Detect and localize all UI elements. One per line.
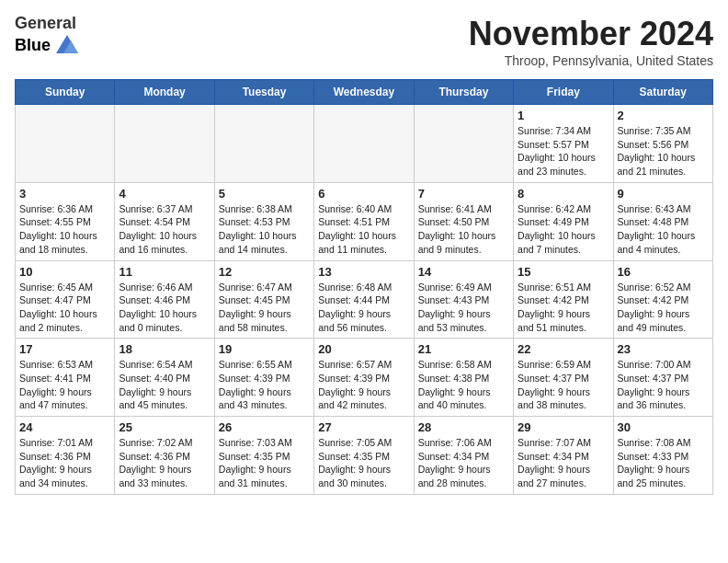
- calendar-cell: 6Sunrise: 6:40 AM Sunset: 4:51 PM Daylig…: [314, 182, 414, 260]
- day-number: 11: [119, 265, 210, 279]
- day-number: 6: [318, 187, 409, 201]
- day-number: 28: [418, 420, 509, 434]
- day-number: 21: [418, 342, 509, 356]
- day-info: Sunrise: 6:47 AM Sunset: 4:45 PM Dayligh…: [219, 281, 310, 335]
- day-number: 14: [418, 265, 509, 279]
- calendar-body: 1Sunrise: 7:34 AM Sunset: 5:57 PM Daylig…: [16, 105, 713, 495]
- week-row-0: 1Sunrise: 7:34 AM Sunset: 5:57 PM Daylig…: [16, 105, 713, 183]
- week-row-2: 10Sunrise: 6:45 AM Sunset: 4:47 PM Dayli…: [16, 260, 713, 339]
- day-info: Sunrise: 6:41 AM Sunset: 4:50 PM Dayligh…: [418, 202, 509, 257]
- day-number: 22: [518, 342, 609, 356]
- calendar-cell: 24Sunrise: 7:01 AM Sunset: 4:36 PM Dayli…: [16, 417, 115, 495]
- day-info: Sunrise: 7:34 AM Sunset: 5:57 PM Dayligh…: [518, 124, 609, 178]
- calendar-cell: 26Sunrise: 7:03 AM Sunset: 4:35 PM Dayli…: [214, 417, 313, 495]
- day-number: 1: [518, 109, 609, 122]
- calendar-cell: [115, 105, 214, 183]
- day-number: 23: [618, 342, 709, 356]
- day-info: Sunrise: 7:05 AM Sunset: 4:35 PM Dayligh…: [318, 436, 409, 490]
- day-number: 16: [618, 265, 709, 279]
- calendar-cell: 20Sunrise: 6:57 AM Sunset: 4:39 PM Dayli…: [314, 339, 414, 417]
- day-number: 3: [19, 187, 110, 201]
- calendar-cell: 18Sunrise: 6:54 AM Sunset: 4:40 PM Dayli…: [115, 339, 214, 417]
- calendar-cell: 7Sunrise: 6:41 AM Sunset: 4:50 PM Daylig…: [414, 182, 513, 260]
- day-number: 8: [518, 187, 609, 201]
- week-row-3: 17Sunrise: 6:53 AM Sunset: 4:41 PM Dayli…: [16, 339, 713, 417]
- day-number: 13: [318, 265, 409, 279]
- calendar-cell: 3Sunrise: 6:36 AM Sunset: 4:55 PM Daylig…: [16, 182, 115, 260]
- day-number: 20: [318, 342, 409, 356]
- calendar-cell: 2Sunrise: 7:35 AM Sunset: 5:56 PM Daylig…: [613, 105, 712, 183]
- day-info: Sunrise: 7:06 AM Sunset: 4:34 PM Dayligh…: [418, 436, 509, 490]
- logo: General Blue: [15, 15, 80, 59]
- logo-general: General: [15, 14, 76, 32]
- calendar-cell: 16Sunrise: 6:52 AM Sunset: 4:42 PM Dayli…: [613, 260, 712, 339]
- calendar-cell: [314, 105, 414, 183]
- calendar-cell: 30Sunrise: 7:08 AM Sunset: 4:33 PM Dayli…: [613, 417, 712, 495]
- day-number: 29: [518, 420, 609, 434]
- day-number: 18: [119, 342, 210, 356]
- calendar-cell: 19Sunrise: 6:55 AM Sunset: 4:39 PM Dayli…: [214, 339, 313, 417]
- day-info: Sunrise: 6:45 AM Sunset: 4:47 PM Dayligh…: [19, 281, 110, 335]
- calendar-cell: 29Sunrise: 7:07 AM Sunset: 4:34 PM Dayli…: [514, 417, 613, 495]
- days-header-row: SundayMondayTuesdayWednesdayThursdayFrid…: [16, 80, 713, 105]
- calendar-cell: 4Sunrise: 6:37 AM Sunset: 4:54 PM Daylig…: [115, 182, 214, 260]
- day-number: 10: [19, 265, 110, 279]
- day-info: Sunrise: 7:01 AM Sunset: 4:36 PM Dayligh…: [19, 436, 110, 490]
- day-info: Sunrise: 6:55 AM Sunset: 4:39 PM Dayligh…: [219, 358, 310, 412]
- day-number: 2: [618, 109, 709, 122]
- day-info: Sunrise: 6:40 AM Sunset: 4:51 PM Dayligh…: [318, 202, 409, 257]
- week-row-1: 3Sunrise: 6:36 AM Sunset: 4:55 PM Daylig…: [16, 182, 713, 260]
- calendar-cell: 17Sunrise: 6:53 AM Sunset: 4:41 PM Dayli…: [16, 339, 115, 417]
- day-info: Sunrise: 6:53 AM Sunset: 4:41 PM Dayligh…: [19, 358, 110, 412]
- calendar-cell: 1Sunrise: 7:34 AM Sunset: 5:57 PM Daylig…: [514, 105, 613, 183]
- calendar-cell: 28Sunrise: 7:06 AM Sunset: 4:34 PM Dayli…: [414, 417, 513, 495]
- day-info: Sunrise: 6:58 AM Sunset: 4:38 PM Dayligh…: [418, 358, 509, 412]
- calendar-cell: [414, 105, 513, 183]
- day-info: Sunrise: 6:59 AM Sunset: 4:37 PM Dayligh…: [518, 358, 609, 412]
- day-info: Sunrise: 6:57 AM Sunset: 4:39 PM Dayligh…: [318, 358, 409, 412]
- day-number: 26: [219, 420, 310, 434]
- day-number: 25: [119, 420, 210, 434]
- day-info: Sunrise: 6:38 AM Sunset: 4:53 PM Dayligh…: [219, 202, 310, 257]
- day-number: 12: [219, 265, 310, 279]
- day-info: Sunrise: 7:08 AM Sunset: 4:33 PM Dayligh…: [618, 436, 709, 490]
- calendar-cell: 13Sunrise: 6:48 AM Sunset: 4:44 PM Dayli…: [314, 260, 414, 339]
- calendar-cell: 8Sunrise: 6:42 AM Sunset: 4:49 PM Daylig…: [514, 182, 613, 260]
- day-info: Sunrise: 7:35 AM Sunset: 5:56 PM Dayligh…: [618, 124, 709, 178]
- calendar-cell: 27Sunrise: 7:05 AM Sunset: 4:35 PM Dayli…: [314, 417, 414, 495]
- day-number: 9: [618, 187, 709, 201]
- calendar-cell: 10Sunrise: 6:45 AM Sunset: 4:47 PM Dayli…: [16, 260, 115, 339]
- logo-blue: Blue: [15, 36, 51, 55]
- calendar-cell: 14Sunrise: 6:49 AM Sunset: 4:43 PM Dayli…: [414, 260, 513, 339]
- day-header-wednesday: Wednesday: [314, 80, 414, 105]
- calendar-cell: 22Sunrise: 6:59 AM Sunset: 4:37 PM Dayli…: [514, 339, 613, 417]
- calendar-cell: 9Sunrise: 6:43 AM Sunset: 4:48 PM Daylig…: [613, 182, 712, 260]
- day-info: Sunrise: 6:37 AM Sunset: 4:54 PM Dayligh…: [119, 202, 210, 257]
- day-number: 24: [19, 420, 110, 434]
- calendar-cell: 15Sunrise: 6:51 AM Sunset: 4:42 PM Dayli…: [514, 260, 613, 339]
- day-number: 30: [618, 420, 709, 434]
- day-number: 7: [418, 187, 509, 201]
- day-header-thursday: Thursday: [414, 80, 513, 105]
- day-info: Sunrise: 6:48 AM Sunset: 4:44 PM Dayligh…: [318, 281, 409, 335]
- calendar-cell: [214, 105, 313, 183]
- day-info: Sunrise: 6:43 AM Sunset: 4:48 PM Dayligh…: [618, 202, 709, 257]
- day-info: Sunrise: 6:36 AM Sunset: 4:55 PM Dayligh…: [19, 202, 110, 257]
- day-number: 15: [518, 265, 609, 279]
- logo-icon: [54, 33, 80, 59]
- calendar-cell: 25Sunrise: 7:02 AM Sunset: 4:36 PM Dayli…: [115, 417, 214, 495]
- month-title: November 2024: [469, 15, 713, 53]
- calendar-cell: 11Sunrise: 6:46 AM Sunset: 4:46 PM Dayli…: [115, 260, 214, 339]
- calendar-cell: 5Sunrise: 6:38 AM Sunset: 4:53 PM Daylig…: [214, 182, 313, 260]
- day-header-saturday: Saturday: [613, 80, 712, 105]
- day-header-tuesday: Tuesday: [214, 80, 313, 105]
- location: Throop, Pennsylvania, United States: [469, 53, 713, 68]
- day-header-sunday: Sunday: [16, 80, 115, 105]
- calendar-cell: 12Sunrise: 6:47 AM Sunset: 4:45 PM Dayli…: [214, 260, 313, 339]
- day-number: 17: [19, 342, 110, 356]
- day-info: Sunrise: 6:49 AM Sunset: 4:43 PM Dayligh…: [418, 281, 509, 335]
- calendar-header: SundayMondayTuesdayWednesdayThursdayFrid…: [16, 80, 713, 105]
- calendar-cell: 21Sunrise: 6:58 AM Sunset: 4:38 PM Dayli…: [414, 339, 513, 417]
- day-info: Sunrise: 7:02 AM Sunset: 4:36 PM Dayligh…: [119, 436, 210, 490]
- day-number: 4: [119, 187, 210, 201]
